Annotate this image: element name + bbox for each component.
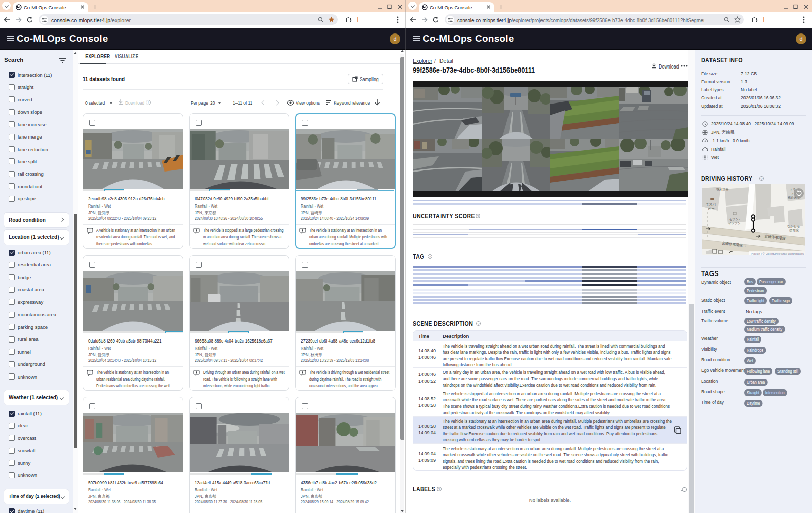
- svg-text:モスバー: モスバー: [706, 202, 719, 206]
- svg-text:整骨院: 整骨院: [789, 228, 799, 232]
- svg-text:ガー: ガー: [708, 207, 715, 210]
- svg-text:セブン-: セブン-: [729, 217, 740, 221]
- svg-text:Pigeon | © OpenStreetMap contr: Pigeon | © OpenStreetMap contributors: [751, 252, 804, 255]
- svg-text:イレブン: イレブン: [728, 221, 741, 225]
- svg-text:野村証券: 野村証券: [716, 188, 729, 192]
- svg-text:ながとも: ながとも: [787, 224, 800, 228]
